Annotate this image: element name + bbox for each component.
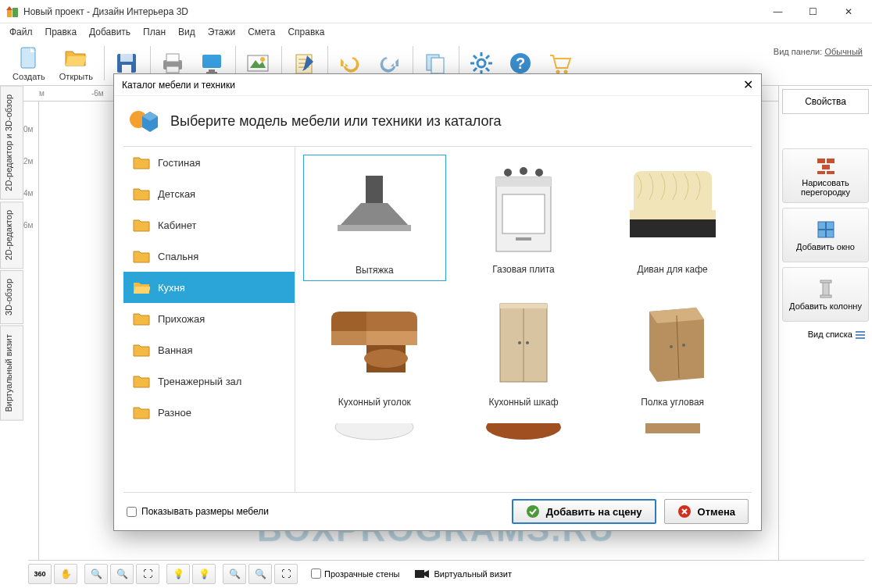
close-button[interactable]: ✕	[831, 0, 866, 23]
table-icon	[331, 423, 417, 447]
svg-text:?: ?	[516, 55, 525, 72]
tool-fit-2[interactable]: ⛶	[274, 564, 298, 584]
column-icon	[816, 279, 836, 299]
vtab-virtual[interactable]: Виртуальный визит	[0, 326, 23, 421]
category-office[interactable]: Кабинет	[123, 209, 295, 241]
svg-point-84	[527, 505, 539, 518]
svg-marker-2	[6, 6, 13, 10]
folder-open-icon	[133, 280, 150, 294]
tool-zoom-in[interactable]: 🔍	[110, 564, 134, 584]
svg-point-16	[260, 57, 265, 62]
gear-icon	[469, 51, 494, 76]
panel-mode-link[interactable]: Обычный	[824, 47, 863, 56]
show-sizes-checkbox[interactable]	[127, 507, 137, 517]
svg-rect-67	[331, 331, 366, 345]
menu-add[interactable]: Добавить	[83, 24, 137, 40]
item-partial-1[interactable]	[303, 419, 446, 451]
tool-fit[interactable]: ⛶	[136, 564, 159, 584]
tool-open[interactable]: Открыть	[53, 44, 99, 83]
add-window-button[interactable]: Добавить окно	[782, 208, 869, 262]
vtab-2d-3d[interactable]: 2D-редактор и 3D-обзор	[0, 86, 23, 200]
category-bath[interactable]: Ванная	[123, 334, 295, 365]
svg-rect-55	[366, 176, 383, 203]
svg-rect-68	[366, 331, 417, 345]
tool-zoom-out[interactable]: 🔍	[84, 564, 108, 584]
redo-icon	[377, 51, 402, 76]
item-stove[interactable]: Газовая плита	[452, 155, 595, 281]
item-corner-shelf[interactable]: Полка угловая	[601, 287, 744, 412]
item-partial-3[interactable]	[601, 419, 744, 451]
svg-line-28	[474, 55, 477, 59]
svg-rect-12	[209, 69, 215, 72]
menu-floors[interactable]: Этажи	[202, 24, 241, 40]
menu-estimate[interactable]: Смета	[241, 24, 281, 40]
help-icon: ?	[508, 51, 533, 76]
transparent-walls-check[interactable]: Прозрачные стены	[311, 568, 399, 579]
notepad-icon	[291, 51, 316, 76]
vtab-2d[interactable]: 2D-редактор	[0, 201, 23, 269]
svg-point-75	[526, 341, 529, 344]
svg-rect-6	[120, 54, 133, 62]
list-icon[interactable]	[855, 330, 866, 340]
transparent-walls-checkbox[interactable]	[311, 568, 321, 579]
draw-partition-button[interactable]: Нарисовать перегородку	[782, 148, 869, 203]
add-column-button[interactable]: Добавить колонну	[782, 267, 869, 322]
category-hall[interactable]: Прихожая	[123, 303, 295, 334]
category-gym[interactable]: Тренажерный зал	[123, 365, 295, 397]
menu-file[interactable]: Файл	[3, 24, 39, 40]
bricks-icon	[816, 155, 836, 176]
minimize-button[interactable]: —	[760, 0, 795, 23]
menu-edit[interactable]: Правка	[39, 24, 84, 40]
camera-icon	[415, 568, 429, 579]
category-kitchen[interactable]: Кухня	[123, 272, 295, 303]
tool-360[interactable]: 360	[28, 564, 52, 584]
modal-close-button[interactable]: ✕	[743, 77, 753, 92]
item-cabinet[interactable]: Кухонный шкаф	[452, 287, 595, 412]
item-partial-2[interactable]	[452, 419, 595, 451]
svg-point-79	[670, 345, 673, 348]
undo-icon	[338, 51, 363, 76]
svg-marker-51	[424, 570, 429, 578]
tool-light[interactable]: 💡	[166, 564, 190, 584]
vertical-tabs: 2D-редактор и 3D-обзор 2D-редактор 3D-об…	[0, 86, 23, 560]
item-hood[interactable]: Вытяжка	[303, 155, 446, 281]
svg-rect-9	[166, 54, 179, 62]
menu-plan[interactable]: План	[137, 24, 172, 40]
tool-zoom-out-2[interactable]: 🔍	[223, 564, 246, 584]
save-icon	[114, 51, 139, 76]
show-sizes-check[interactable]: Показывать размеры мебели	[127, 506, 269, 517]
svg-rect-37	[827, 159, 834, 163]
vtab-3d[interactable]: 3D-обзор	[0, 270, 23, 324]
tool-light2[interactable]: 💡	[192, 564, 216, 584]
svg-rect-45	[820, 280, 831, 283]
svg-point-82	[486, 423, 561, 440]
svg-point-61	[520, 167, 527, 175]
panel-mode: Вид панели: Обычный	[774, 47, 863, 56]
printer-icon	[160, 51, 185, 76]
svg-point-23	[477, 59, 485, 67]
svg-rect-49	[856, 337, 865, 339]
maximize-button[interactable]: ☐	[795, 0, 831, 23]
menu-help[interactable]: Справка	[281, 24, 331, 40]
properties-tab[interactable]: Свойства	[782, 89, 869, 114]
tool-create[interactable]: Создать	[6, 44, 52, 83]
item-corner-seat[interactable]: Кухонный уголок	[303, 287, 446, 412]
category-bedroom[interactable]: Спальня	[123, 241, 295, 272]
tool-pan[interactable]: ✋	[54, 564, 77, 584]
item-cafe-sofa[interactable]: Диван для кафе	[601, 155, 744, 281]
menu-view[interactable]: Вид	[172, 24, 202, 40]
category-living[interactable]: Гостиная	[123, 147, 295, 178]
category-list: Гостиная Детская Кабинет Спальня Кухня П…	[123, 147, 295, 492]
category-misc[interactable]: Разное	[123, 397, 295, 428]
tool-zoom-in-2[interactable]: 🔍	[248, 564, 272, 584]
svg-rect-46	[820, 295, 831, 298]
menubar: Файл Правка Добавить План Вид Этажи Смет…	[0, 23, 872, 41]
cancel-button[interactable]: Отмена	[664, 499, 749, 524]
add-to-scene-button[interactable]: Добавить на сцену	[512, 499, 656, 524]
stove-icon	[488, 163, 559, 257]
virtual-visit-button[interactable]: Виртуальный визит	[415, 568, 512, 579]
category-kids[interactable]: Детская	[123, 178, 295, 209]
folder-icon	[133, 218, 150, 232]
svg-rect-7	[122, 65, 131, 73]
corner-seat-icon	[323, 300, 425, 386]
